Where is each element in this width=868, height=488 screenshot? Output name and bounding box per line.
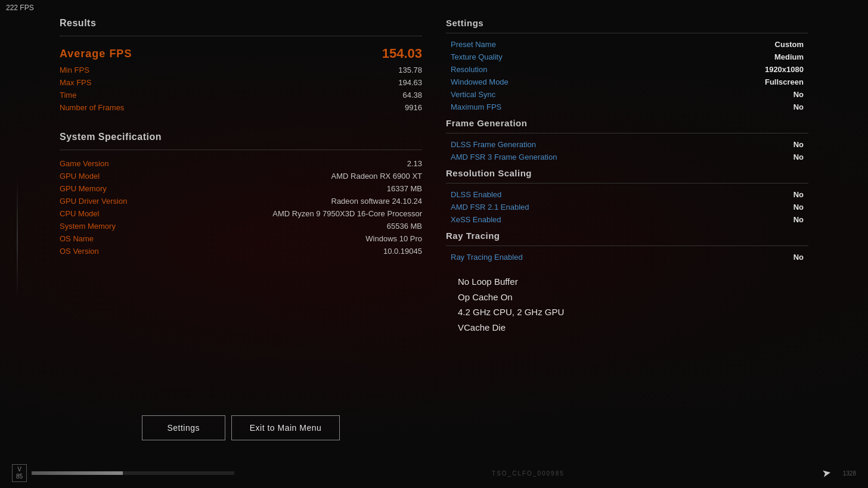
settings-button[interactable]: Settings [142,415,225,440]
version-badge: V 85 [12,464,27,482]
preset-label: Preset Name [451,40,496,49]
dlss-enabled-value: No [793,190,804,199]
resolution-row: Resolution 1920x1080 [446,63,808,76]
os-name-value: Windows 10 Pro [365,234,422,243]
texture-label: Texture Quality [451,52,503,61]
os-version-row: OS Version 10.0.19045 [60,245,422,257]
amd-fsr3-row: AMD FSR 3 Frame Generation No [446,151,808,163]
preset-value: Custom [775,40,804,49]
frames-value: 9916 [405,103,422,112]
ray-tracing-enabled-row: Ray Tracing Enabled No [446,251,808,263]
resolution-label: Resolution [451,65,487,74]
version-v: V [17,466,21,473]
dlss-framegen-label: DLSS Frame Generation [451,140,536,149]
results-title: Results [60,18,422,29]
res-scaling-section: Resolution Scaling DLSS Enabled No AMD F… [446,168,808,226]
left-panel: Results Average FPS 154.03 Min FPS 135.7… [60,18,422,476]
windowed-value: Fullscreen [765,77,804,86]
average-fps-row: Average FPS 154.03 [60,43,422,64]
fsr21-value: No [793,203,804,212]
notes-line-3: 4.2 GHz CPU, 2 GHz GPU [458,304,808,320]
xess-label: XeSS Enabled [451,215,501,224]
vsync-label: Vertical Sync [451,90,495,99]
res-scaling-title: Resolution Scaling [446,168,808,178]
right-panel: Settings Preset Name Custom Texture Qual… [446,18,808,476]
windowed-row: Windowed Mode Fullscreen [446,76,808,88]
notes-section: No Loop Buffer Op Cache On 4.2 GHz CPU, … [446,274,808,335]
dlss-framegen-value: No [793,140,804,149]
system-memory-value: 65536 MB [387,222,422,231]
texture-row: Texture Quality Medium [446,51,808,63]
game-version-row: Game Version 2.13 [60,157,422,170]
amd-fsr3-label: AMD FSR 3 Frame Generation [451,153,557,161]
vsync-row: Vertical Sync No [446,88,808,101]
ray-tracing-title: Ray Tracing [446,231,808,241]
xess-value: No [793,215,804,224]
progress-bar-fill [32,471,123,475]
game-version-label: Game Version [60,159,108,168]
main-container: Results Average FPS 154.03 Min FPS 135.7… [0,0,868,488]
fsr21-row: AMD FSR 2.1 Enabled No [446,201,808,213]
progress-bar-container [32,471,234,475]
bottom-right: ➤ 1328 [822,467,856,480]
os-name-label: OS Name [60,234,94,243]
gpu-memory-value: 16337 MB [387,184,422,193]
ray-tracing-section: Ray Tracing Ray Tracing Enabled No [446,231,808,263]
max-fps-label: Maximum FPS [451,102,501,111]
os-name-row: OS Name Windows 10 Pro [60,232,422,245]
frames-row: Number of Frames 9916 [60,101,422,114]
max-fps-row: Max FPS 194.63 [60,76,422,89]
system-section: System Specification Game Version 2.13 G… [60,132,422,257]
notes-line-1: No Loop Buffer [458,274,808,290]
ray-tracing-divider [446,245,808,246]
results-divider [60,36,422,36]
average-fps-value: 154.03 [382,46,422,61]
max-fps-row: Maximum FPS No [446,101,808,113]
gpu-memory-label: GPU Memory [60,184,107,193]
bottom-bar: V 85 TSO_CLFO_000985 ➤ 1328 [0,458,868,488]
texture-value: Medium [774,52,804,61]
max-fps-value: No [793,102,804,111]
max-fps-label: Max FPS [60,78,91,87]
frame-gen-section: Frame Generation DLSS Frame Generation N… [446,118,808,163]
cpu-model-label: CPU Model [60,209,99,218]
amd-fsr3-value: No [793,153,804,161]
game-version-value: 2.13 [407,159,422,168]
frame-gen-title: Frame Generation [446,118,808,128]
frame-gen-divider [446,133,808,133]
time-value: 64.38 [402,91,422,100]
dlss-framegen-row: DLSS Frame Generation No [446,138,808,151]
min-fps-value: 135.78 [398,66,422,74]
dlss-enabled-row: DLSS Enabled No [446,188,808,201]
system-memory-row: System Memory 65536 MB [60,220,422,232]
system-divider [60,150,422,150]
gpu-driver-row: GPU Driver Version Radeon software 24.10… [60,195,422,207]
frames-label: Number of Frames [60,103,124,112]
system-memory-label: System Memory [60,222,116,231]
settings-section-title: Settings [446,18,808,28]
time-label: Time [60,91,76,100]
ray-tracing-enabled-value: No [793,253,804,262]
dlss-enabled-label: DLSS Enabled [451,190,501,199]
cpu-model-row: CPU Model AMD Ryzen 9 7950X3D 16-Core Pr… [60,207,422,220]
gpu-model-label: GPU Model [60,172,100,181]
xess-row: XeSS Enabled No [446,213,808,226]
exit-button[interactable]: Exit to Main Menu [231,415,340,440]
average-fps-label: Average FPS [60,48,132,60]
fps-counter: 222 FPS [6,4,34,12]
gpu-driver-label: GPU Driver Version [60,197,127,206]
ray-tracing-enabled-label: Ray Tracing Enabled [451,253,523,262]
results-section: Results Average FPS 154.03 Min FPS 135.7… [60,18,422,114]
version-num: 85 [16,473,23,480]
cpu-model-value: AMD Ryzen 9 7950X3D 16-Core Processor [272,209,422,218]
settings-divider [446,33,808,33]
os-version-label: OS Version [60,247,99,256]
os-version-value: 10.0.19045 [383,247,422,256]
res-scaling-divider [446,183,808,184]
notes-line-4: VCache Die [458,320,808,335]
preset-row: Preset Name Custom [446,38,808,51]
gpu-model-value: AMD Radeon RX 6900 XT [331,172,422,181]
bottom-center: TSO_CLFO_000985 [234,470,822,477]
resolution-value: 1920x1080 [765,65,804,74]
settings-section: Settings Preset Name Custom Texture Qual… [446,18,808,113]
